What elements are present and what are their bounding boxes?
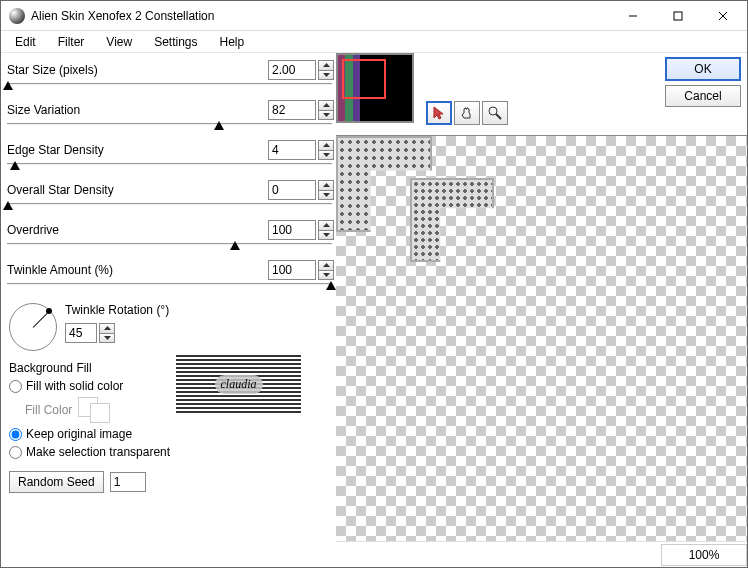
overall-density-up-button[interactable] bbox=[318, 180, 334, 190]
svg-marker-15 bbox=[323, 273, 330, 277]
content-area: Star Size (pixels) Size Variation bbox=[1, 53, 747, 567]
svg-marker-13 bbox=[323, 233, 330, 237]
edge-density-label: Edge Star Density bbox=[5, 143, 268, 157]
twinkle-amount-down-button[interactable] bbox=[318, 270, 334, 281]
svg-marker-10 bbox=[323, 183, 330, 187]
twinkle-rotation-up-button[interactable] bbox=[99, 323, 115, 333]
overall-density-spinner bbox=[318, 180, 334, 200]
edge-density-row: Edge Star Density bbox=[5, 139, 334, 173]
twinkle-amount-label: Twinkle Amount (%) bbox=[5, 263, 268, 277]
make-transparent-radio[interactable] bbox=[9, 446, 22, 459]
overall-density-slider[interactable] bbox=[5, 201, 334, 213]
menu-view[interactable]: View bbox=[96, 33, 142, 51]
size-variation-slider[interactable] bbox=[5, 121, 334, 133]
overall-density-row: Overall Star Density bbox=[5, 179, 334, 213]
app-window: Alien Skin Xenofex 2 Constellation Edit … bbox=[0, 0, 748, 568]
watermark-logo: claudia bbox=[176, 355, 301, 413]
overall-density-input[interactable] bbox=[268, 180, 316, 200]
edge-density-down-button[interactable] bbox=[318, 150, 334, 161]
edge-density-spinner bbox=[318, 140, 334, 160]
svg-marker-11 bbox=[323, 193, 330, 197]
fill-solid-radio[interactable] bbox=[9, 380, 22, 393]
twinkle-rotation-input[interactable] bbox=[65, 323, 97, 343]
svg-marker-7 bbox=[323, 113, 330, 117]
svg-marker-5 bbox=[323, 73, 330, 77]
keep-original-radio-row[interactable]: Keep original image bbox=[9, 427, 334, 441]
twinkle-amount-input[interactable] bbox=[268, 260, 316, 280]
close-button[interactable] bbox=[700, 2, 745, 30]
ok-button[interactable]: OK bbox=[665, 57, 741, 81]
magnifier-icon bbox=[487, 105, 503, 121]
twinkle-rotation-spinner bbox=[99, 323, 115, 343]
star-size-input[interactable] bbox=[268, 60, 316, 80]
menu-edit[interactable]: Edit bbox=[5, 33, 46, 51]
svg-marker-14 bbox=[323, 263, 330, 267]
overdrive-row: Overdrive bbox=[5, 219, 334, 253]
menu-help[interactable]: Help bbox=[210, 33, 255, 51]
svg-marker-6 bbox=[323, 103, 330, 107]
svg-marker-8 bbox=[323, 143, 330, 147]
preview-canvas[interactable] bbox=[336, 135, 747, 541]
star-size-row: Star Size (pixels) bbox=[5, 59, 334, 93]
menu-filter[interactable]: Filter bbox=[48, 33, 95, 51]
minimize-button[interactable] bbox=[610, 2, 655, 30]
fill-color-swatch-back[interactable] bbox=[90, 403, 110, 423]
keep-original-radio[interactable] bbox=[9, 428, 22, 441]
size-variation-down-button[interactable] bbox=[318, 110, 334, 121]
twinkle-amount-slider[interactable] bbox=[5, 281, 334, 293]
preview-panel: OK Cancel bbox=[336, 53, 747, 567]
edge-density-input[interactable] bbox=[268, 140, 316, 160]
move-tool-button[interactable] bbox=[426, 101, 452, 125]
navigator-selection[interactable] bbox=[342, 59, 386, 99]
hand-tool-button[interactable] bbox=[454, 101, 480, 125]
overdrive-down-button[interactable] bbox=[318, 230, 334, 241]
menubar: Edit Filter View Settings Help bbox=[1, 31, 747, 53]
maximize-button[interactable] bbox=[655, 2, 700, 30]
twinkle-rotation-label: Twinkle Rotation (°) bbox=[65, 303, 169, 317]
zoom-level[interactable]: 100% bbox=[661, 544, 747, 566]
twinkle-amount-up-button[interactable] bbox=[318, 260, 334, 270]
zoom-tool-button[interactable] bbox=[482, 101, 508, 125]
star-size-slider[interactable] bbox=[5, 81, 334, 93]
random-seed-input[interactable] bbox=[110, 472, 146, 492]
size-variation-input[interactable] bbox=[268, 100, 316, 120]
fill-color-swatches[interactable] bbox=[78, 397, 112, 423]
overdrive-slider[interactable] bbox=[5, 241, 334, 253]
svg-marker-18 bbox=[434, 107, 443, 119]
overall-density-down-button[interactable] bbox=[318, 190, 334, 201]
edge-density-up-button[interactable] bbox=[318, 140, 334, 150]
dialog-buttons: OK Cancel bbox=[665, 57, 741, 107]
star-size-spinner bbox=[318, 60, 334, 80]
hand-icon bbox=[459, 105, 475, 121]
twinkle-amount-spinner bbox=[318, 260, 334, 280]
size-variation-up-button[interactable] bbox=[318, 100, 334, 110]
twinkle-rotation-dial[interactable] bbox=[9, 303, 57, 351]
svg-marker-4 bbox=[323, 63, 330, 67]
edge-density-slider[interactable] bbox=[5, 161, 334, 173]
svg-marker-17 bbox=[104, 336, 111, 340]
fill-color-label: Fill Color bbox=[25, 403, 72, 417]
svg-marker-12 bbox=[323, 223, 330, 227]
overdrive-spinner bbox=[318, 220, 334, 240]
star-size-down-button[interactable] bbox=[318, 70, 334, 81]
navigator-thumbnail[interactable] bbox=[336, 53, 414, 123]
random-seed-button[interactable]: Random Seed bbox=[9, 471, 104, 493]
fill-solid-label: Fill with solid color bbox=[26, 379, 123, 393]
controls-panel: Star Size (pixels) Size Variation bbox=[1, 53, 336, 567]
star-size-label: Star Size (pixels) bbox=[5, 63, 268, 77]
svg-line-20 bbox=[496, 114, 501, 119]
star-size-up-button[interactable] bbox=[318, 60, 334, 70]
overdrive-up-button[interactable] bbox=[318, 220, 334, 230]
menu-settings[interactable]: Settings bbox=[144, 33, 207, 51]
make-transparent-radio-row[interactable]: Make selection transparent bbox=[9, 445, 334, 459]
twinkle-rotation-down-button[interactable] bbox=[99, 333, 115, 344]
cancel-button[interactable]: Cancel bbox=[665, 85, 741, 107]
status-bar: 100% bbox=[336, 541, 747, 567]
overdrive-input[interactable] bbox=[268, 220, 316, 240]
overall-density-label: Overall Star Density bbox=[5, 183, 268, 197]
size-variation-row: Size Variation bbox=[5, 99, 334, 133]
random-seed-row: Random Seed bbox=[5, 471, 334, 493]
watermark-text: claudia bbox=[215, 375, 263, 394]
svg-marker-16 bbox=[104, 326, 111, 330]
app-icon bbox=[9, 8, 25, 24]
